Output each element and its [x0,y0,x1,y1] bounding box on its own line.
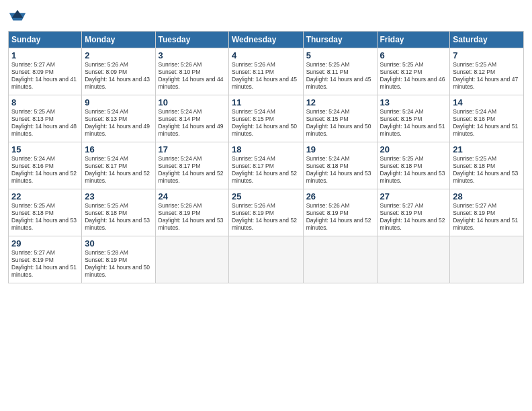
day-number: 20 [380,144,447,154]
calendar-cell [155,236,228,283]
day-detail: Sunrise: 5:25 AMSunset: 8:18 PMDaylight:… [11,202,77,231]
calendar-cell: 17 Sunrise: 5:24 AMSunset: 8:17 PMDaylig… [155,142,228,189]
calendar-cell [450,236,524,283]
day-number: 21 [453,144,521,154]
calendar-cell: 1 Sunrise: 5:27 AMSunset: 8:09 PMDayligh… [9,48,82,95]
calendar-cell: 23 Sunrise: 5:25 AMSunset: 8:18 PMDaylig… [82,189,155,236]
calendar-cell: 27 Sunrise: 5:27 AMSunset: 8:19 PMDaylig… [377,189,450,236]
day-detail: Sunrise: 5:24 AMSunset: 8:17 PMDaylight:… [85,155,150,184]
day-detail: Sunrise: 5:27 AMSunset: 8:19 PMDaylight:… [11,249,77,278]
calendar-cell: 20 Sunrise: 5:25 AMSunset: 8:18 PMDaylig… [377,142,450,189]
weekday-header-sunday: Sunday [9,32,82,48]
day-detail: Sunrise: 5:24 AMSunset: 8:17 PMDaylight:… [159,155,224,184]
calendar-cell [377,236,450,283]
day-number: 4 [232,50,300,60]
week-row-2: 8 Sunrise: 5:25 AMSunset: 8:13 PMDayligh… [9,95,524,142]
weekday-header-row: SundayMondayTuesdayWednesdayThursdayFrid… [9,32,524,48]
day-number: 7 [453,50,521,60]
week-row-1: 1 Sunrise: 5:27 AMSunset: 8:09 PMDayligh… [9,48,524,95]
day-detail: Sunrise: 5:25 AMSunset: 8:18 PMDaylight:… [453,155,518,184]
day-detail: Sunrise: 5:26 AMSunset: 8:19 PMDaylight:… [159,202,224,231]
calendar-cell: 25 Sunrise: 5:26 AMSunset: 8:19 PMDaylig… [229,189,304,236]
day-number: 26 [306,191,374,201]
day-detail: Sunrise: 5:26 AMSunset: 8:19 PMDaylight:… [306,202,371,231]
day-number: 6 [380,50,447,60]
calendar-cell: 9 Sunrise: 5:24 AMSunset: 8:13 PMDayligh… [82,95,155,142]
day-detail: Sunrise: 5:26 AMSunset: 8:11 PMDaylight:… [232,61,297,90]
calendar-cell: 29 Sunrise: 5:27 AMSunset: 8:19 PMDaylig… [9,236,82,283]
calendar-cell: 2 Sunrise: 5:26 AMSunset: 8:09 PMDayligh… [82,48,155,95]
week-row-4: 22 Sunrise: 5:25 AMSunset: 8:18 PMDaylig… [9,189,524,236]
day-detail: Sunrise: 5:26 AMSunset: 8:10 PMDaylight:… [159,61,224,90]
day-detail: Sunrise: 5:25 AMSunset: 8:12 PMDaylight:… [453,61,518,90]
day-number: 15 [11,144,79,154]
day-detail: Sunrise: 5:24 AMSunset: 8:15 PMDaylight:… [306,108,371,137]
day-detail: Sunrise: 5:25 AMSunset: 8:11 PMDaylight:… [306,61,371,90]
day-detail: Sunrise: 5:24 AMSunset: 8:13 PMDaylight:… [85,108,150,137]
calendar-header: SundayMondayTuesdayWednesdayThursdayFrid… [9,32,524,48]
day-number: 9 [85,97,152,107]
calendar-cell: 28 Sunrise: 5:27 AMSunset: 8:19 PMDaylig… [450,189,524,236]
calendar-cell: 8 Sunrise: 5:25 AMSunset: 8:13 PMDayligh… [9,95,82,142]
weekday-header-monday: Monday [82,32,155,48]
calendar-cell: 15 Sunrise: 5:24 AMSunset: 8:16 PMDaylig… [9,142,82,189]
day-number: 11 [232,97,300,107]
day-number: 8 [11,97,79,107]
day-detail: Sunrise: 5:27 AMSunset: 8:19 PMDaylight:… [453,202,518,231]
calendar-cell: 24 Sunrise: 5:26 AMSunset: 8:19 PMDaylig… [155,189,228,236]
day-detail: Sunrise: 5:25 AMSunset: 8:12 PMDaylight:… [380,61,445,90]
week-row-5: 29 Sunrise: 5:27 AMSunset: 8:19 PMDaylig… [9,236,524,283]
weekday-header-tuesday: Tuesday [155,32,228,48]
day-number: 30 [85,238,152,248]
day-number: 25 [232,191,300,201]
day-detail: Sunrise: 5:26 AMSunset: 8:19 PMDaylight:… [232,202,297,231]
calendar-cell: 4 Sunrise: 5:26 AMSunset: 8:11 PMDayligh… [229,48,304,95]
day-number: 29 [11,238,79,248]
header-row [8,7,524,26]
calendar-body: 1 Sunrise: 5:27 AMSunset: 8:09 PMDayligh… [9,48,524,283]
day-detail: Sunrise: 5:27 AMSunset: 8:09 PMDaylight:… [11,61,77,90]
calendar-cell: 22 Sunrise: 5:25 AMSunset: 8:18 PMDaylig… [9,189,82,236]
week-row-3: 15 Sunrise: 5:24 AMSunset: 8:16 PMDaylig… [9,142,524,189]
day-detail: Sunrise: 5:25 AMSunset: 8:18 PMDaylight:… [380,155,445,184]
day-number: 12 [306,97,374,107]
day-number: 16 [85,144,152,154]
day-detail: Sunrise: 5:24 AMSunset: 8:14 PMDaylight:… [159,108,224,137]
day-detail: Sunrise: 5:26 AMSunset: 8:09 PMDaylight:… [85,61,150,90]
weekday-header-wednesday: Wednesday [229,32,304,48]
day-number: 14 [453,97,521,107]
day-detail: Sunrise: 5:25 AMSunset: 8:18 PMDaylight:… [85,202,150,231]
day-detail: Sunrise: 5:24 AMSunset: 8:16 PMDaylight:… [11,155,77,184]
calendar-cell [303,236,377,283]
calendar-cell [229,236,304,283]
day-number: 27 [380,191,447,201]
calendar-cell: 19 Sunrise: 5:24 AMSunset: 8:18 PMDaylig… [303,142,377,189]
day-number: 10 [159,97,226,107]
logo [8,7,28,26]
calendar-cell: 18 Sunrise: 5:24 AMSunset: 8:17 PMDaylig… [229,142,304,189]
day-number: 17 [159,144,226,154]
calendar-cell: 30 Sunrise: 5:28 AMSunset: 8:19 PMDaylig… [82,236,155,283]
day-number: 5 [306,50,374,60]
day-number: 22 [11,191,79,201]
day-detail: Sunrise: 5:27 AMSunset: 8:19 PMDaylight:… [380,202,445,231]
calendar-cell: 6 Sunrise: 5:25 AMSunset: 8:12 PMDayligh… [377,48,450,95]
day-number: 2 [85,50,152,60]
calendar-cell: 26 Sunrise: 5:26 AMSunset: 8:19 PMDaylig… [303,189,377,236]
calendar-table: SundayMondayTuesdayWednesdayThursdayFrid… [8,31,524,283]
day-detail: Sunrise: 5:24 AMSunset: 8:18 PMDaylight:… [306,155,371,184]
calendar-container: SundayMondayTuesdayWednesdayThursdayFrid… [0,0,532,290]
calendar-cell: 7 Sunrise: 5:25 AMSunset: 8:12 PMDayligh… [450,48,524,95]
day-detail: Sunrise: 5:28 AMSunset: 8:19 PMDaylight:… [85,249,150,278]
day-number: 18 [232,144,300,154]
day-number: 1 [11,50,79,60]
logo-icon [8,7,27,26]
weekday-header-friday: Friday [377,32,450,48]
day-detail: Sunrise: 5:24 AMSunset: 8:16 PMDaylight:… [453,108,518,137]
weekday-header-saturday: Saturday [450,32,524,48]
day-number: 19 [306,144,374,154]
day-number: 28 [453,191,521,201]
day-number: 13 [380,97,447,107]
day-number: 3 [159,50,226,60]
day-detail: Sunrise: 5:24 AMSunset: 8:15 PMDaylight:… [232,108,297,137]
